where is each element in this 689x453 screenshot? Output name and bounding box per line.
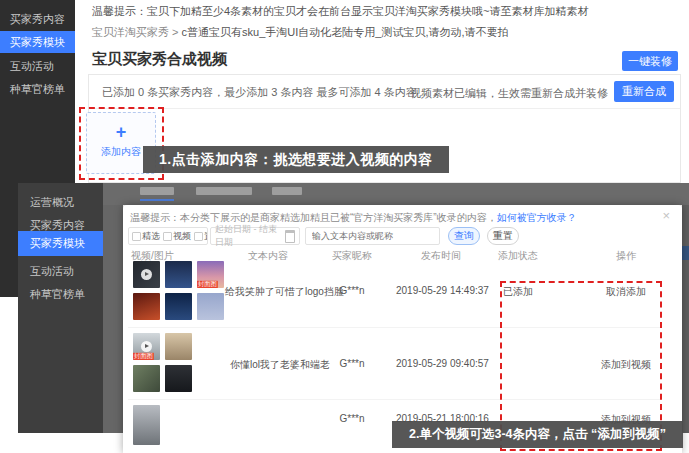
image-thumbnail <box>165 261 192 288</box>
ghost-active-tab-underline <box>140 199 174 201</box>
sidebar2-item-buyer-show-module[interactable]: 买家秀模块 <box>18 231 103 256</box>
checkbox-video-label: 视频 <box>173 230 191 243</box>
date-range-placeholder: 起始日期 - 结束日期 <box>215 223 285 249</box>
add-to-video-link[interactable]: 添加到视频 <box>581 358 671 372</box>
checkbox-pinned-label: 置顶 <box>204 230 208 243</box>
dimmed-page-left <box>103 205 123 433</box>
cover-badge: 封面图 <box>197 281 218 288</box>
date-range-input[interactable]: 起始日期 - 结束日期 <box>210 227 300 245</box>
one-click-decorate-button[interactable]: 一键装修 <box>622 51 678 71</box>
search-field[interactable] <box>305 227 440 245</box>
breadcrumb: 宝贝洋淘买家秀 > c普通宝贝有sku_手淘UI自动化老陆专用_测试宝贝,请勿动… <box>92 25 509 40</box>
checkbox-featured[interactable]: 精选 <box>132 230 160 243</box>
status-added: 已添加 <box>478 285 558 299</box>
row-publish-time: 2019-05-29 14:49:37 <box>396 285 486 296</box>
play-icon <box>141 269 152 280</box>
col-text: 文本内容 <box>213 249 323 263</box>
dialog-tip: 温馨提示：本分类下展示的是商家精选加精且已被“官方洋淘买家秀库”收录的内容，如何… <box>130 211 577 225</box>
image-thumbnail <box>165 333 192 360</box>
cover-badge: 封面图 <box>133 353 154 360</box>
checkbox-featured-label: 精选 <box>142 230 160 243</box>
checkbox-icon[interactable] <box>194 232 203 241</box>
image-thumbnail <box>133 293 160 320</box>
checkbox-icon[interactable] <box>163 232 172 241</box>
query-button[interactable]: 查询 <box>448 227 480 245</box>
page-title: 宝贝买家秀合成视频 <box>92 50 227 69</box>
image-thumbnail <box>197 293 224 320</box>
sidebar-item-buyer-show-module[interactable]: 买家秀模块 <box>0 31 75 53</box>
col-nick: 买家昵称 <box>330 249 374 263</box>
image-thumbnail: 封面图 <box>197 261 224 288</box>
play-icon <box>141 341 152 352</box>
image-thumbnail <box>165 293 192 320</box>
row-text: 给我笑肿了可惜了logo挡脸 <box>225 285 344 299</box>
row-nickname: G***n <box>330 413 374 424</box>
image-thumbnail <box>133 405 160 445</box>
row-nickname: G***n <box>330 358 374 369</box>
sidebar-item-interactive-activity[interactable]: 互动活动 <box>0 55 75 77</box>
sidebar2-item-grass-ranking[interactable]: 种草官榜单 <box>18 283 103 306</box>
dimmed-page-right <box>682 205 689 433</box>
row-divider <box>128 399 662 400</box>
video-thumbnail: 封面图 <box>133 333 160 360</box>
compose-status-bar: 已添加 0 条买家秀内容，最少添加 3 条内容 最多可添加 4 条内容 视频素材… <box>89 75 680 109</box>
filter-checkbox-group: 精选 视频 置顶 <box>128 227 208 245</box>
ghost-tab <box>196 187 252 195</box>
sidebar-item-buyer-show-content[interactable]: 买家秀内容 <box>0 8 75 30</box>
row-publish-time: 2019-05-29 09:40:57 <box>396 358 486 369</box>
tutorial-callout-1: 1.点击添加内容：挑选想要进入视频的内容 <box>143 146 449 173</box>
content-picker-dialog: × 温馨提示：本分类下展示的是商家精选加精且已被“官方洋淘买家秀库”收录的内容，… <box>123 205 682 453</box>
search-input[interactable] <box>310 230 435 242</box>
sidebar-secondary: 运营概况 买家秀内容 买家秀模块 互动活动 种草官榜单 <box>18 183 103 433</box>
ghost-tab <box>140 187 174 195</box>
dialog-tip-text: 温馨提示：本分类下展示的是商家精选加精且已被“官方洋淘买家秀库”收录的内容， <box>130 212 497 223</box>
sidebar-item-grass-ranking[interactable]: 种草官榜单 <box>0 78 75 100</box>
video-thumbnail <box>133 261 160 288</box>
col-status: 添加状态 <box>478 249 558 263</box>
breadcrumb-separator: > <box>172 26 178 38</box>
close-icon[interactable]: × <box>662 209 670 222</box>
calendar-icon <box>285 230 295 243</box>
added-count-text: 已添加 0 条买家秀内容，最少添加 3 条内容 最多可添加 4 条内容 <box>102 85 417 100</box>
row-text: 你懂lol我了老婆和端老 <box>230 358 330 372</box>
how-collected-link[interactable]: 如何被官方收录？ <box>497 212 577 223</box>
checkbox-video[interactable]: 视频 <box>163 230 191 243</box>
image-thumbnail <box>133 365 160 392</box>
row-nickname: G***n <box>330 285 374 296</box>
recompose-button[interactable]: 重新合成 <box>614 81 674 102</box>
filter-bar: 精选 视频 置顶 起始日期 - 结束日期 查询 重置 <box>123 227 682 247</box>
ghost-tab <box>272 187 302 195</box>
breadcrumb-current: c普通宝贝有sku_手淘UI自动化老陆专用_测试宝贝,请勿动,请不要拍 <box>182 26 509 38</box>
checkbox-pinned[interactable]: 置顶 <box>194 230 208 243</box>
tutorial-callout-2: 2.单个视频可选3-4条内容，点击 “添加到视频” <box>392 421 683 448</box>
row-divider <box>128 327 662 328</box>
col-action: 操作 <box>581 249 671 263</box>
image-thumbnail <box>165 365 192 392</box>
page-tip: 温馨提示：宝贝下加精至少4条素材的宝贝才会在前台显示宝贝洋淘买家秀模块哦~请至素… <box>92 4 589 19</box>
cancel-add-link[interactable]: 取消添加 <box>581 285 671 299</box>
plus-icon: + <box>87 123 155 141</box>
dimmed-tabs-strip <box>103 183 689 205</box>
breadcrumb-root[interactable]: 宝贝洋淘买家秀 <box>92 26 169 38</box>
sidebar2-item-overview[interactable]: 运营概况 <box>18 191 103 214</box>
col-time: 发布时间 <box>396 249 486 263</box>
reset-button[interactable]: 重置 <box>487 227 519 245</box>
regen-hint-text: 视频素材已编辑，生效需重新合成并装修 <box>410 86 608 101</box>
dimmed-button-sliver <box>682 246 689 260</box>
checkbox-icon[interactable] <box>132 232 141 241</box>
sidebar2-item-interactive-activity[interactable]: 互动活动 <box>18 260 103 283</box>
